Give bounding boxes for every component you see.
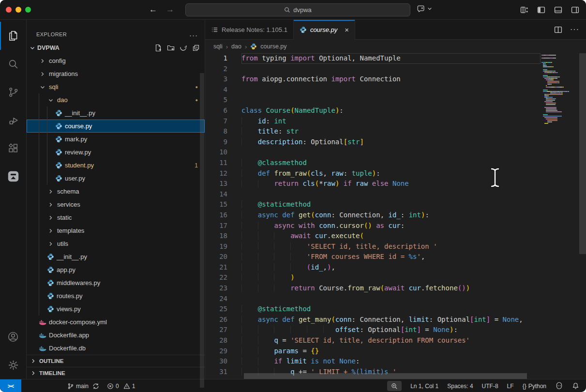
line-number[interactable]: 7	[205, 116, 227, 127]
tree-item-static[interactable]: static	[27, 211, 205, 224]
minimize-button[interactable]	[15, 7, 21, 13]
line-number[interactable]: 14	[205, 189, 227, 200]
navigate-back-button[interactable]: ←	[149, 5, 157, 15]
line-number[interactable]: 12	[205, 168, 227, 179]
tree-item-migrations[interactable]: migrations	[27, 67, 205, 80]
line-number[interactable]: 23	[205, 283, 227, 294]
editor-more-actions-button[interactable]: ···	[570, 25, 579, 34]
encoding-status[interactable]: UTF-8	[482, 383, 498, 390]
line-number[interactable]: 29	[205, 346, 227, 357]
line-number[interactable]: 25	[205, 304, 227, 315]
vertical-scrollbar[interactable]	[579, 53, 586, 254]
command-center-search[interactable]: dvpwa	[185, 3, 410, 16]
collapse-folders-button[interactable]	[192, 44, 200, 52]
line-number[interactable]: 15	[205, 199, 227, 210]
tree-item-mark-py[interactable]: mark.py	[27, 133, 205, 146]
line-number[interactable]: 26	[205, 315, 227, 325]
activity-explorer[interactable]	[0, 22, 26, 50]
toggle-secondary-sidebar-button[interactable]	[571, 6, 579, 14]
tree-item-sqli[interactable]: sqli●	[27, 80, 205, 93]
tree-item-docker-compose-yml[interactable]: docker-compose.yml	[27, 316, 205, 329]
problems-status[interactable]: 0 1	[107, 383, 135, 390]
line-number[interactable]: 3	[205, 74, 227, 85]
timeline-section-header[interactable]: TIMELINE	[27, 367, 205, 379]
tree-item-middlewares-py[interactable]: middlewares.py	[27, 276, 205, 289]
line-number[interactable]: 27	[205, 325, 227, 335]
toggle-primary-sidebar-button[interactable]	[537, 6, 545, 14]
breadcrumb-item[interactable]: course.py	[260, 43, 286, 50]
copilot-status-icon[interactable]	[555, 382, 563, 390]
horizontal-scrollbar[interactable]	[244, 373, 527, 379]
outline-section-header[interactable]: OUTLINE	[27, 355, 205, 367]
project-root-folder[interactable]: DVPWA	[27, 41, 205, 54]
line-number[interactable]: 22	[205, 272, 227, 283]
eol-status[interactable]: LF	[507, 383, 514, 390]
tree-item-views-py[interactable]: views.py	[27, 302, 205, 316]
git-branch-status[interactable]: main	[67, 383, 99, 390]
activity-run-debug[interactable]	[0, 106, 26, 134]
minimap[interactable]	[541, 55, 579, 124]
tree-item-student-py[interactable]: student.py1	[27, 159, 205, 172]
tree-item-templates[interactable]: templates	[27, 224, 205, 237]
line-number[interactable]: 24	[205, 294, 227, 304]
tree-item--init-py[interactable]: __init__.py	[27, 250, 205, 263]
line-number[interactable]: 28	[205, 335, 227, 346]
close-button[interactable]	[6, 7, 12, 13]
line-number[interactable]: 30	[205, 356, 227, 367]
split-editor-button[interactable]	[554, 26, 562, 34]
activity-extensions[interactable]	[0, 134, 26, 162]
tree-item-course-py[interactable]: course.py	[27, 120, 205, 133]
sidebar-scrollbar[interactable]	[200, 73, 204, 388]
line-number[interactable]: 6	[205, 106, 227, 116]
tree-item-app-py[interactable]: app.py	[27, 263, 205, 276]
tree-item-schema[interactable]: schema	[27, 185, 205, 198]
toggle-panel-button[interactable]	[554, 6, 562, 14]
notifications-bell-icon[interactable]	[572, 382, 579, 390]
line-number[interactable]: 4	[205, 85, 227, 95]
close-tab-icon[interactable]: ×	[345, 26, 349, 34]
breadcrumb-item[interactable]: dao	[231, 43, 241, 50]
line-number[interactable]: 1	[205, 53, 227, 64]
remote-indicator[interactable]: ><	[0, 379, 21, 392]
line-number[interactable]: 9	[205, 137, 227, 148]
tree-item-dockerfile-db[interactable]: Dockerfile.db	[27, 342, 205, 355]
line-number[interactable]: 16	[205, 210, 227, 221]
tree-item-routes-py[interactable]: routes.py	[27, 289, 205, 302]
language-mode-status[interactable]: {} Python	[523, 383, 546, 390]
line-number[interactable]: 13	[205, 179, 227, 189]
line-number[interactable]: 8	[205, 126, 227, 137]
line-number[interactable]: 5	[205, 95, 227, 106]
new-file-button[interactable]	[154, 44, 162, 52]
cursor-position-status[interactable]: Ln 1, Col 1	[410, 383, 438, 390]
zoom-status-button[interactable]	[387, 381, 402, 391]
tree-item-review-py[interactable]: review.py	[27, 146, 205, 159]
tab-course-py[interactable]: course.py ×	[294, 20, 355, 40]
activity-source-control[interactable]	[0, 78, 26, 106]
line-number[interactable]: 21	[205, 262, 227, 273]
line-number[interactable]: 11	[205, 158, 227, 168]
line-number[interactable]: 18	[205, 231, 227, 241]
navigate-forward-button[interactable]: →	[166, 5, 174, 15]
tree-item-utils[interactable]: utils	[27, 237, 205, 250]
line-number[interactable]: 20	[205, 252, 227, 262]
maximize-button[interactable]	[25, 7, 31, 13]
activity-search[interactable]	[0, 50, 26, 78]
indentation-status[interactable]: Spaces: 4	[447, 383, 473, 390]
copilot-menu-button[interactable]	[417, 4, 432, 13]
line-number[interactable]: 10	[205, 147, 227, 158]
line-number[interactable]: 2	[205, 64, 227, 75]
line-number[interactable]: 31	[205, 367, 227, 377]
breadcrumb-item[interactable]: sqli	[213, 43, 223, 50]
tree-item-services[interactable]: services	[27, 198, 205, 211]
explorer-more-actions-button[interactable]: ···	[189, 33, 198, 37]
tree-item-user-py[interactable]: user.py	[27, 172, 205, 185]
tab-release-notes[interactable]: Release Notes: 1.105.1	[205, 20, 294, 39]
tree-item-dao[interactable]: dao●	[27, 93, 205, 106]
new-folder-button[interactable]	[167, 44, 175, 52]
line-number[interactable]: 17	[205, 221, 227, 231]
activity-custom-extension[interactable]	[0, 162, 26, 190]
tree-item-config[interactable]: config	[27, 54, 205, 67]
line-number[interactable]: 19	[205, 241, 227, 252]
tree-item--init-py[interactable]: __init__.py	[27, 106, 205, 120]
activity-settings[interactable]	[0, 351, 26, 379]
